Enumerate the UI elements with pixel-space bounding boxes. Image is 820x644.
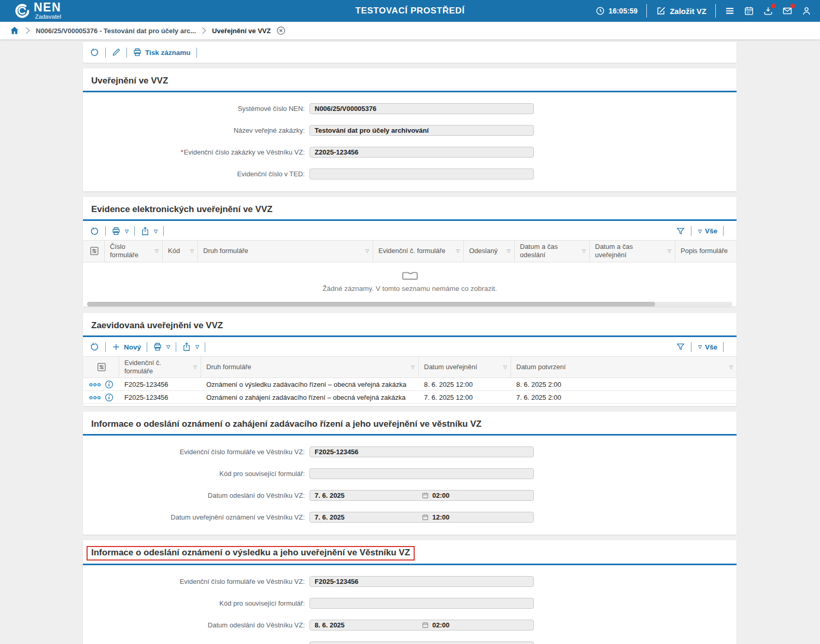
clock-icon: [596, 6, 605, 16]
refresh-button[interactable]: [90, 342, 100, 352]
vvz-number-field[interactable]: Z2025-123456: [309, 147, 534, 158]
contract-name-field[interactable]: Testování dat pro účely archivování: [309, 125, 534, 136]
calendar-picker-icon[interactable]: [422, 514, 429, 521]
column-filter-icon[interactable]: ▽: [152, 248, 159, 254]
table-row[interactable]: ooo F2025-123456 Oznámení o výsledku zad…: [83, 378, 737, 391]
form-number-field[interactable]: F2025-123456: [309, 446, 534, 457]
column-filter-icon[interactable]: ▽: [727, 365, 733, 370]
field-label: Evidenční číslo formuláře ve Věstníku VZ…: [83, 578, 309, 585]
sent-datetime-field[interactable]: 8. 6. 2025 02:00: [309, 620, 534, 631]
related-form-code-field[interactable]: [309, 468, 534, 479]
brand-name: NEN: [34, 2, 61, 13]
column-settings-icon: [89, 246, 100, 256]
calendar-button[interactable]: [744, 6, 754, 16]
time-value: 12:00: [432, 513, 449, 521]
breadcrumb-item-case[interactable]: N006/25/V00005376 - Testování dat pro úč…: [36, 27, 196, 35]
column-filter-icon[interactable]: ▽: [504, 248, 511, 254]
column-settings-icon: [96, 362, 107, 372]
sent-datetime-field[interactable]: 7. 6. 2025 02:00: [309, 490, 534, 501]
form-row: Datum uveřejnění oznámení ve Věstníku VZ…: [83, 641, 737, 644]
nen-brand[interactable]: NEN Zadavatel: [15, 2, 61, 20]
column-settings-button[interactable]: [83, 241, 105, 262]
new-record-button[interactable]: Nový: [111, 342, 141, 352]
form-row: Systémové číslo NEN: N006/25/V00005376: [83, 103, 737, 114]
column-header[interactable]: Datum a čas uveřejnění▽: [590, 241, 675, 262]
info-icon[interactable]: [105, 380, 114, 389]
column-filter-icon[interactable]: ▽: [188, 248, 194, 254]
refresh-button[interactable]: [90, 48, 100, 57]
dropdown-arrow-icon: ▽: [166, 344, 170, 349]
date-value: 8. 6. 2025: [315, 621, 422, 629]
column-filter-icon[interactable]: ▽: [665, 248, 671, 254]
empty-message: Žádné záznamy. V tomto seznamu nemáme co…: [83, 285, 737, 292]
divider: [134, 226, 135, 236]
filter-button[interactable]: [676, 342, 685, 352]
scrollbar-thumb[interactable]: [87, 302, 655, 306]
column-settings-button[interactable]: [83, 357, 119, 378]
ted-number-field[interactable]: [309, 169, 534, 179]
column-filter-icon[interactable]: ▽: [408, 365, 415, 370]
home-button[interactable]: [9, 25, 20, 36]
published-datetime-field[interactable]: 8. 6. 2025 12:00: [309, 641, 534, 644]
close-tab-button[interactable]: [276, 26, 286, 35]
row-menu-button[interactable]: ooo: [89, 395, 101, 400]
filter-preset-dropdown[interactable]: ▽ Vše: [697, 343, 717, 351]
breadcrumb-item-current: Uveřejnění ve VVZ: [212, 27, 271, 35]
column-header[interactable]: Datum potvrzení▽: [511, 357, 737, 378]
column-header[interactable]: Druh formuláře▽: [201, 357, 419, 378]
menu-button[interactable]: [725, 6, 735, 16]
column-header[interactable]: Odeslaný▽: [464, 241, 515, 262]
field-label: Datum odeslání do Věstníku VZ:: [83, 492, 309, 499]
table-row[interactable]: ooo F2025-123456 Oznámení o zahájení zad…: [83, 391, 737, 404]
column-filter-icon[interactable]: ▽: [454, 248, 460, 254]
print-record-button[interactable]: Tisk záznamu: [133, 48, 191, 57]
published-datetime-field[interactable]: 7. 6. 2025 12:00: [309, 512, 534, 523]
column-filter-icon[interactable]: ▽: [501, 365, 507, 370]
divider: [723, 342, 724, 352]
filter-preset-dropdown[interactable]: ▽ Vše: [697, 227, 717, 235]
notification-badge: [771, 4, 776, 8]
print-menu-button[interactable]: ▽: [111, 227, 129, 236]
section-registered-table: Zaevidovaná uveřejnění ve VVZ Nový ▽ ▽: [83, 313, 737, 407]
edit-button[interactable]: [111, 48, 121, 57]
column-header[interactable]: Datum a čas odeslání▽: [515, 241, 590, 262]
column-filter-icon[interactable]: ▽: [579, 248, 586, 254]
compose-icon: [656, 6, 666, 16]
print-menu-button[interactable]: ▽: [153, 342, 170, 352]
column-header[interactable]: Druh formuláře▽: [198, 241, 373, 262]
column-header[interactable]: Evidenční č. formuláře▽: [373, 241, 464, 262]
horizontal-scrollbar[interactable]: [87, 302, 732, 306]
filter-button[interactable]: [676, 227, 685, 236]
row-menu-button[interactable]: ooo: [89, 382, 101, 387]
printer-icon: [111, 227, 121, 236]
section-title: Informace o odeslání oznámení o výsledku…: [91, 548, 410, 557]
downloads-button[interactable]: [763, 6, 773, 16]
column-header[interactable]: Číslo formuláře▽: [105, 241, 163, 262]
highlight-frame: Informace o odeslání oznámení o výsledku…: [87, 546, 415, 561]
dropdown-arrow-icon: ▽: [698, 344, 702, 349]
form-row: Datum uveřejnění oznámení ve Věstníku VZ…: [83, 512, 737, 523]
export-menu-button[interactable]: ▽: [140, 227, 158, 236]
row-actions: ooo: [83, 393, 119, 402]
system-number-field[interactable]: N006/25/V00005376: [309, 103, 534, 114]
calendar-picker-icon[interactable]: [422, 622, 429, 628]
form-number-field[interactable]: F2025-123456: [309, 576, 534, 587]
related-form-code-field[interactable]: [309, 598, 534, 609]
export-menu-button[interactable]: ▽: [182, 342, 199, 352]
messages-button[interactable]: [782, 6, 793, 16]
column-header[interactable]: Datum uveřejnění▽: [419, 357, 511, 378]
calendar-picker-icon[interactable]: [422, 492, 429, 499]
column-header[interactable]: Popis formuláře: [675, 241, 737, 262]
section-title: Evidence elektronických uveřejnění ve VV…: [91, 204, 273, 214]
form-row: Evidenční číslo formuláře ve Věstníku VZ…: [83, 446, 737, 457]
column-header[interactable]: Evidenční č. formuláře▽: [119, 357, 201, 378]
profile-button[interactable]: [801, 6, 812, 16]
column-filter-icon[interactable]: ▽: [363, 248, 369, 254]
form-row: Kód pro související formulář:: [83, 468, 737, 479]
info-icon[interactable]: [105, 393, 114, 402]
chevron-right-icon: [25, 27, 30, 34]
refresh-button[interactable]: [90, 227, 100, 236]
column-header[interactable]: Kód▽: [163, 241, 198, 262]
create-vz-button[interactable]: Založit VZ: [656, 6, 706, 16]
column-filter-icon[interactable]: ▽: [191, 365, 197, 370]
